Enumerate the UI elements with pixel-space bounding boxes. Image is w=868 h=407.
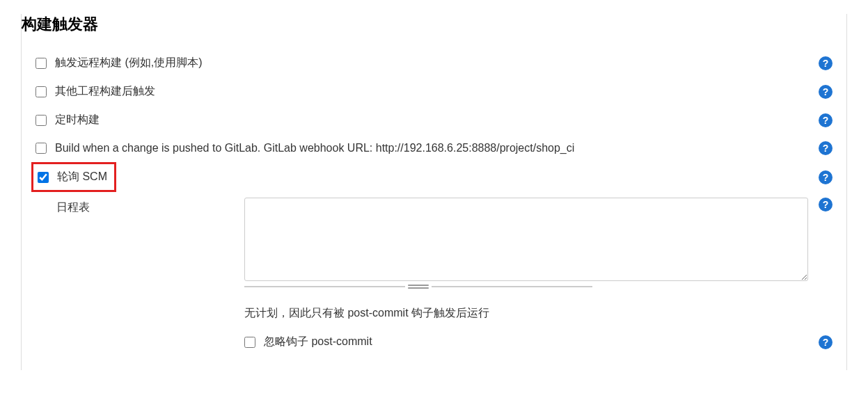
trigger-poll-scm-row-highlighted: 轮询 SCM — [31, 162, 116, 192]
trigger-remote-row: 触发远程构建 (例如,使用脚本) ? — [35, 49, 833, 77]
help-icon[interactable]: ? — [819, 113, 833, 127]
trigger-gitlab-row: Build when a change is pushed to GitLab.… — [35, 134, 833, 162]
trigger-scheduled-label: 定时构建 — [55, 113, 100, 127]
help-icon[interactable]: ? — [819, 85, 833, 99]
trigger-after-other-checkbox[interactable] — [35, 86, 47, 97]
trigger-remote-checkbox[interactable] — [35, 58, 47, 69]
schedule-textarea[interactable] — [244, 198, 808, 281]
ignore-hooks-row: 忽略钩子 post-commit ? — [244, 335, 833, 349]
trigger-scheduled-row: 定时构建 ? — [35, 106, 833, 134]
schedule-info-text: 无计划，因此只有被 post-commit 钩子触发后运行 — [244, 306, 833, 321]
resize-handle[interactable] — [244, 284, 592, 289]
trigger-gitlab-checkbox[interactable] — [35, 143, 47, 154]
trigger-poll-scm-checkbox[interactable] — [38, 172, 49, 183]
section-title: 构建触发器 — [22, 14, 833, 35]
trigger-scheduled-checkbox[interactable] — [35, 115, 47, 126]
help-icon[interactable]: ? — [819, 141, 833, 155]
trigger-after-other-row: 其他工程构建后触发 ? — [35, 77, 833, 106]
schedule-section: 日程表 ? — [56, 198, 833, 281]
help-icon[interactable]: ? — [819, 170, 833, 184]
help-icon[interactable]: ? — [819, 198, 833, 212]
trigger-gitlab-label: Build when a change is pushed to GitLab.… — [55, 142, 574, 154]
trigger-after-other-label: 其他工程构建后触发 — [55, 84, 155, 99]
trigger-poll-scm-label: 轮询 SCM — [57, 170, 107, 184]
help-icon[interactable]: ? — [819, 56, 833, 70]
trigger-remote-label: 触发远程构建 (例如,使用脚本) — [55, 56, 203, 70]
ignore-hooks-checkbox[interactable] — [244, 337, 255, 348]
help-icon[interactable]: ? — [819, 335, 833, 349]
schedule-label: 日程表 — [56, 198, 230, 215]
ignore-hooks-label: 忽略钩子 post-commit — [264, 335, 372, 349]
